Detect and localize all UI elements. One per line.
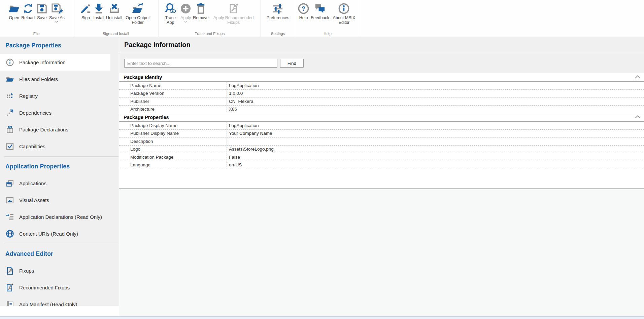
dropdown-chevron-icon[interactable] (184, 21, 187, 23)
ribbon-group-file: Open Reload Save Save As File (0, 0, 73, 37)
property-value[interactable]: False (227, 153, 644, 161)
app-windows-icon (6, 179, 14, 188)
open-output-folder-button[interactable]: Open Output Folder (123, 2, 152, 25)
content-background (119, 189, 644, 316)
sidebar-item-recommended-fixups[interactable]: Recommended Fixups (0, 279, 110, 296)
open-button[interactable]: Open (7, 2, 21, 21)
button-label: Sign (81, 15, 90, 20)
button-label: Save As (49, 15, 65, 20)
property-value[interactable]: LogApplication (227, 82, 644, 89)
remove-trash-icon (195, 3, 207, 14)
property-label: Modification Package (119, 153, 227, 161)
uninstall-x-icon (108, 3, 120, 14)
sidebar-item-app-manifest[interactable]: App Manifest (Read Only) (0, 296, 110, 306)
open-output-folder-icon (132, 3, 143, 14)
feedback-button[interactable]: Feedback (310, 2, 330, 21)
property-value[interactable]: CN=Flexera (227, 97, 644, 105)
property-value[interactable] (227, 137, 644, 145)
dependency-arrow-icon (6, 109, 14, 117)
property-value[interactable]: Your Company Name (227, 130, 644, 137)
save-icon (36, 3, 48, 14)
apply-recommended-fixups-button[interactable]: Apply Recommended Fixups (209, 2, 258, 25)
trace-app-button[interactable]: Trace App (162, 2, 179, 25)
sidebar-item-visual-assets[interactable]: Visual Assets (0, 192, 110, 208)
sidebar-item-label: Visual Assets (19, 197, 49, 203)
property-value[interactable]: Assets\StoreLogo.png (227, 146, 644, 153)
sidebar-item-capabilities[interactable]: Capabilities (0, 138, 110, 155)
ribbon-group-label: Sign and Install (73, 32, 159, 36)
page-title: Package Information (119, 37, 644, 53)
ribbon-group-label: File (0, 32, 73, 36)
package-information-panel: Find Package Identity Package Name LogAp… (119, 53, 644, 189)
sidebar-item-label: App Manifest (Read Only) (19, 302, 77, 306)
apply-plus-icon (180, 3, 192, 14)
install-arrow-icon (93, 3, 105, 14)
search-input[interactable] (124, 59, 277, 68)
property-row: Modification Package False (119, 153, 644, 161)
checkbox-check-icon (6, 142, 14, 151)
preferences-button[interactable]: Preferences (266, 2, 290, 21)
sidebar-item-application-declarations[interactable]: Application Declarations (Read Only) (0, 208, 110, 225)
property-value[interactable]: en-US (227, 161, 644, 169)
property-label: Language (119, 161, 227, 169)
sidebar-item-label: Registry (19, 93, 38, 99)
sidebar-item-label: Application Declarations (Read Only) (19, 214, 102, 220)
sidebar-item-applications[interactable]: Applications (0, 175, 110, 192)
button-label: Apply (180, 15, 191, 20)
sidebar-item-label: Applications (19, 181, 46, 186)
ribbon-group-settings: Preferences Settings (261, 0, 295, 37)
property-label: Logo (119, 146, 227, 153)
sidebar-section-header: Advanced Editor (0, 245, 119, 262)
property-row: Publisher Display Name Your Company Name (119, 130, 644, 138)
button-label: Remove (193, 15, 209, 20)
property-value[interactable]: LogApplication (227, 122, 644, 129)
collapse-section-button[interactable] (635, 75, 641, 79)
ribbon-group-label: Trace and Fixups (159, 32, 261, 36)
sidebar-item-label: Files and Folders (19, 76, 58, 82)
property-label: Package Version (119, 90, 227, 97)
sidebar-item-label: Content URIs (Read Only) (19, 231, 78, 237)
property-value[interactable]: 1.0.0.0 (227, 90, 644, 97)
help-button[interactable]: ? Help (297, 2, 310, 21)
property-row: Language en-US (119, 161, 644, 169)
save-as-icon (51, 3, 63, 14)
find-button[interactable]: Find (280, 59, 304, 68)
remove-button[interactable]: Remove (192, 2, 209, 21)
uninstall-button[interactable]: Uninstall (105, 2, 123, 21)
sidebar-item-files-and-folders[interactable]: Files and Folders (0, 71, 110, 87)
dropdown-chevron-icon[interactable] (55, 21, 58, 23)
sign-button[interactable]: Sign (79, 2, 92, 21)
sidebar-section-header: Application Properties (0, 158, 119, 175)
about-msix-editor-button[interactable]: About MSIX Editor (330, 2, 358, 25)
sidebar-item-package-information[interactable]: Package Information (0, 54, 110, 71)
collapse-section-button[interactable] (635, 115, 641, 119)
sidebar-item-package-declarations[interactable]: Package Declarations (0, 121, 110, 138)
button-label: Apply Recommended Fixups (210, 15, 257, 25)
sidebar-item-label: Recommended Fixups (19, 285, 70, 290)
save-button[interactable]: Save (35, 2, 48, 21)
svg-text:?: ? (302, 5, 305, 12)
sidebar-item-registry[interactable]: Registry (0, 87, 110, 104)
button-label: About MSIX Editor (331, 15, 358, 25)
ribbon-toolbar: Open Reload Save Save As File Sign (0, 0, 644, 37)
sidebar-section-header: Package Properties (0, 37, 119, 54)
reload-button[interactable]: Reload (21, 2, 35, 21)
sidebar-item-content-uris[interactable]: Content URIs (Read Only) (0, 225, 110, 242)
sidebar-item-dependencies[interactable]: Dependencies (0, 104, 110, 121)
search-bar: Find (119, 53, 644, 73)
install-button[interactable]: Install (92, 2, 105, 21)
property-row: Logo Assets\StoreLogo.png (119, 146, 644, 154)
folder-open-icon (6, 75, 14, 83)
apply-button[interactable]: Apply (179, 2, 192, 23)
chevron-up-icon (635, 115, 641, 119)
button-label: Open Output Folder (124, 15, 152, 25)
sidebar-item-label: Package Information (19, 59, 66, 65)
section-title: Package Properties (124, 115, 169, 120)
property-value[interactable]: X86 (227, 106, 644, 113)
sidebar-separator (0, 242, 119, 245)
info-circle-icon (6, 58, 14, 67)
section-header-package-identity: Package Identity (119, 73, 644, 82)
window-bottom-edge (0, 316, 644, 319)
sidebar-item-fixups[interactable]: Fixups (0, 262, 110, 279)
save-as-button[interactable]: Save As (48, 2, 65, 23)
